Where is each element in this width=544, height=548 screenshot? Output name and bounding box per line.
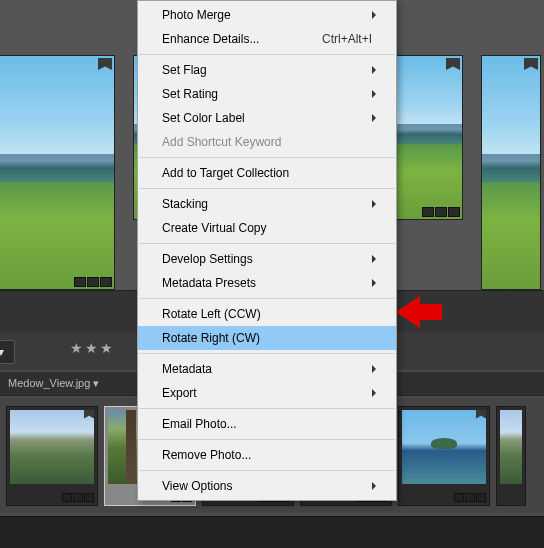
thumbnail-image (402, 410, 486, 484)
menu-add-shortcut-keyword: Add Shortcut Keyword (138, 130, 396, 154)
menu-separator (139, 188, 395, 189)
menu-metadata-presets[interactable]: Metadata Presets (138, 271, 396, 295)
menu-label: Enhance Details... (162, 32, 259, 46)
filmstrip-thumbnail[interactable] (6, 406, 98, 506)
menu-set-color-label[interactable]: Set Color Label (138, 106, 396, 130)
menu-label: Metadata (162, 362, 212, 376)
chevron-right-icon (372, 255, 376, 263)
menu-separator (139, 54, 395, 55)
crop-icon[interactable] (465, 493, 475, 502)
thumbnail-badges (74, 277, 112, 287)
menu-set-flag[interactable]: Set Flag (138, 58, 396, 82)
menu-label: Stacking (162, 197, 208, 211)
menu-separator (139, 243, 395, 244)
rating-stars[interactable]: ★★★ (70, 340, 115, 356)
menu-enhance-details[interactable]: Enhance Details... Ctrl+Alt+I (138, 27, 396, 51)
menu-label: Email Photo... (162, 417, 237, 431)
tag-icon[interactable] (74, 277, 86, 287)
thumbnail-image (482, 56, 540, 289)
menu-label: Add Shortcut Keyword (162, 135, 281, 149)
thumbnail-image (500, 410, 522, 484)
callout-arrow-icon (396, 293, 442, 331)
svg-marker-0 (396, 296, 442, 328)
menu-label: Set Flag (162, 63, 207, 77)
thumbnail-image (10, 410, 94, 484)
develop-icon[interactable] (448, 207, 460, 217)
chevron-right-icon (372, 389, 376, 397)
menu-label: Rotate Left (CCW) (162, 307, 261, 321)
thumbnail-badges (422, 207, 460, 217)
develop-icon[interactable] (476, 493, 486, 502)
menu-rotate-left[interactable]: Rotate Left (CCW) (138, 302, 396, 326)
chevron-right-icon (372, 482, 376, 490)
menu-separator (139, 298, 395, 299)
bottom-bar (0, 516, 544, 548)
menu-label: Create Virtual Copy (162, 221, 267, 235)
context-menu: Photo Merge Enhance Details... Ctrl+Alt+… (137, 0, 397, 501)
grid-thumbnail[interactable] (481, 55, 541, 290)
menu-label: Export (162, 386, 197, 400)
menu-rotate-right[interactable]: Rotate Right (CW) (138, 326, 396, 350)
crop-icon[interactable] (435, 207, 447, 217)
menu-label: Add to Target Collection (162, 166, 289, 180)
menu-label: Set Rating (162, 87, 218, 101)
menu-separator (139, 157, 395, 158)
menu-separator (139, 470, 395, 471)
menu-stacking[interactable]: Stacking (138, 192, 396, 216)
menu-label: Rotate Right (CW) (162, 331, 260, 345)
menu-label: Photo Merge (162, 8, 231, 22)
menu-develop-settings[interactable]: Develop Settings (138, 247, 396, 271)
grid-thumbnail[interactable] (0, 55, 115, 290)
menu-separator (139, 353, 395, 354)
thumbnail-image (0, 56, 114, 289)
filmstrip-thumbnail[interactable] (496, 406, 526, 506)
chevron-right-icon (372, 365, 376, 373)
tag-icon[interactable] (422, 207, 434, 217)
menu-separator (139, 439, 395, 440)
menu-label: Metadata Presets (162, 276, 256, 290)
crop-icon[interactable] (87, 277, 99, 287)
develop-icon[interactable] (84, 493, 94, 502)
develop-icon[interactable] (100, 277, 112, 287)
menu-metadata[interactable]: Metadata (138, 357, 396, 381)
menu-export[interactable]: Export (138, 381, 396, 405)
menu-set-rating[interactable]: Set Rating (138, 82, 396, 106)
menu-shortcut: Ctrl+Alt+I (322, 32, 372, 46)
menu-label: Remove Photo... (162, 448, 251, 462)
filmstrip-thumbnail[interactable] (398, 406, 490, 506)
crop-icon[interactable] (73, 493, 83, 502)
sort-dropdown[interactable]: ne ▾ (0, 340, 15, 364)
chevron-right-icon (372, 114, 376, 122)
menu-remove-photo[interactable]: Remove Photo... (138, 443, 396, 467)
chevron-right-icon (372, 279, 376, 287)
menu-label: View Options (162, 479, 232, 493)
chevron-right-icon (372, 11, 376, 19)
menu-email-photo[interactable]: Email Photo... (138, 412, 396, 436)
menu-photo-merge[interactable]: Photo Merge (138, 3, 396, 27)
menu-label: Set Color Label (162, 111, 245, 125)
menu-label: Develop Settings (162, 252, 253, 266)
tag-icon[interactable] (62, 493, 72, 502)
tag-icon[interactable] (454, 493, 464, 502)
chevron-right-icon (372, 66, 376, 74)
menu-create-virtual-copy[interactable]: Create Virtual Copy (138, 216, 396, 240)
menu-view-options[interactable]: View Options (138, 474, 396, 498)
menu-add-to-target-collection[interactable]: Add to Target Collection (138, 161, 396, 185)
chevron-right-icon (372, 90, 376, 98)
menu-separator (139, 408, 395, 409)
chevron-right-icon (372, 200, 376, 208)
